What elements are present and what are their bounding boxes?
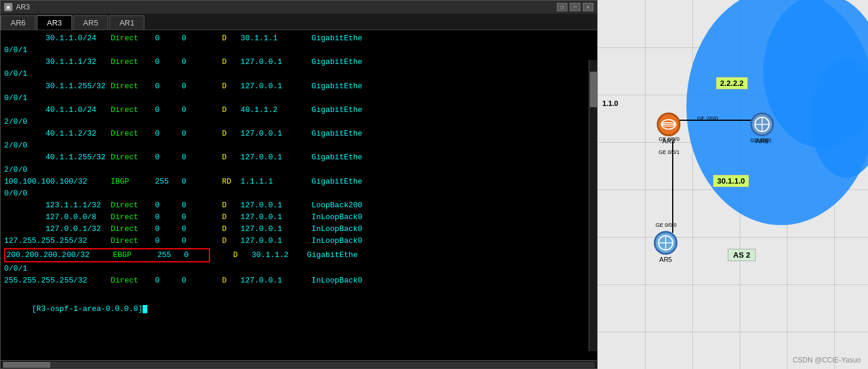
scrollbar-thumb[interactable] [590, 72, 597, 107]
port-label-ge001: GE 0/0/1 [659, 149, 680, 155]
terminal-window: ▣ AR3 ❐ — ✕ AR6 AR3 AR5 AR1 30.1.1.0/24 … [0, 0, 598, 369]
table-row: 30.1.1.0/24 Direct 0 0 D 30.1.1.1 Gigabi… [4, 33, 593, 44]
spacer [4, 287, 593, 291]
tab-ar3[interactable]: AR3 [37, 15, 72, 30]
close-button[interactable]: ✕ [583, 3, 593, 11]
cursor [143, 305, 147, 313]
table-row: 123.1.1.1/32 Direct 0 0 D 127.0.0.1 Loop… [4, 200, 593, 211]
port-label-ge200: GE 2/0/0 [697, 115, 718, 121]
table-row: 100.100.100.100/32 IBGP 255 0 RD 1.1.1.1… [4, 176, 593, 188]
iface-continuation: 2/0/0 [4, 140, 593, 152]
iface-continuation: 0/0/1 [4, 263, 593, 275]
titlebar-left: ▣ AR3 [4, 3, 30, 11]
table-row: 30.1.1.1/32 Direct 0 0 D 127.0.0.1 Gigab… [4, 56, 593, 68]
label-30110: 30.1.1.0 [713, 175, 749, 187]
port-label-ar6-ge000: GE 0/0/0 [750, 137, 772, 143]
label-110: 1.1.0 [602, 100, 618, 108]
iface-continuation: 0/0/0 [4, 188, 593, 200]
table-row: 40.1.1.255/32 Direct 0 0 D 127.0.0.1 Gig… [4, 152, 593, 163]
router-ar5: AR5 [654, 231, 677, 263]
horizontal-scrollbar[interactable] [1, 360, 597, 368]
label-as2: AS 2 [728, 249, 756, 261]
table-row: 127.0.0.1/32 Direct 0 0 D 127.0.0.1 InLo… [4, 223, 593, 235]
table-row: 40.1.1.0/24 Direct 0 0 D 40.1.1.2 Gigabi… [4, 104, 593, 116]
window-controls: ❐ — ✕ [557, 3, 593, 11]
watermark: CSDN @CCIE-Yasuo [793, 356, 861, 364]
highlighted-route-nexthop: 30.1.1.2 GigabitEthe [251, 251, 357, 259]
titlebar: ▣ AR3 ❐ — ✕ [1, 1, 597, 14]
tab-ar6[interactable]: AR6 [1, 15, 36, 30]
highlighted-route-flag: D [215, 251, 247, 259]
tab-ar5[interactable]: AR5 [73, 15, 108, 30]
iface-continuation: 0/0/1 [4, 44, 593, 56]
minimize-button[interactable]: — [570, 3, 580, 11]
table-row: 40.1.1.2/32 Direct 0 0 D 127.0.0.1 Gigab… [4, 128, 593, 140]
table-row: 127.0.0.0/8 Direct 0 0 D 127.0.0.1 InLoo… [4, 211, 593, 223]
iface-continuation: 0/0/1 [4, 68, 593, 80]
network-diagram: 2.2.2.2 30.1.1.0 AS 2 1.1.0 AR3 GE 0/0/0… [598, 0, 868, 369]
scrollbar-track [3, 362, 595, 368]
terminal-content: 30.1.1.0/24 Direct 0 0 D 30.1.1.1 Gigabi… [1, 30, 597, 360]
iface-continuation: 2/0/0 [4, 116, 593, 128]
tab-ar1[interactable]: AR1 [109, 15, 144, 30]
vertical-scrollbar[interactable] [589, 60, 597, 351]
window-icon: ▣ [4, 3, 12, 11]
highlighted-route-row: 200.200.200.200/32 EBGP 255 0 [4, 248, 210, 262]
restore-button[interactable]: ❐ [557, 3, 567, 11]
window-title: AR3 [16, 3, 30, 11]
scrollbar-thumb[interactable] [3, 362, 50, 368]
port-label-ge000: GE 0/0/0 [659, 136, 680, 142]
cli-prompt: [R3-ospf-1-area-0.0.0.0] [4, 291, 593, 327]
tab-bar: AR6 AR3 AR5 AR1 [1, 14, 597, 30]
table-row: 30.1.1.255/32 Direct 0 0 D 127.0.0.1 Gig… [4, 81, 593, 92]
table-row: 127.255.255.255/32 Direct 0 0 D 127.0.0.… [4, 235, 593, 247]
iface-continuation: 2/0/0 [4, 164, 593, 176]
label-222: 2.2.2.2 [716, 77, 748, 89]
table-row: 255.255.255.255/32 Direct 0 0 D 127.0.0.… [4, 275, 593, 287]
iface-continuation: 0/0/1 [4, 92, 593, 104]
port-label-ar5-ge000: GE 0/0/0 [656, 222, 677, 228]
